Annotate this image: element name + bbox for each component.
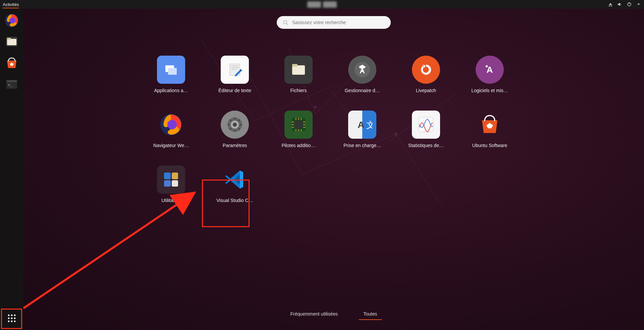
dock-item-firefox[interactable]	[3, 12, 20, 29]
svg-text:>_: >_	[8, 83, 13, 87]
search-bar[interactable]	[277, 16, 391, 29]
search-icon	[283, 20, 288, 25]
settings-icon	[221, 111, 249, 139]
app-statistiques-de-puissance[interactable]: Statistiques de…	[394, 111, 458, 148]
time-blurred: xx	[323, 1, 337, 8]
app-label: Livepatch	[416, 88, 436, 93]
svg-point-38	[167, 120, 177, 129]
livepatch-icon	[412, 56, 440, 84]
svg-rect-31	[292, 64, 298, 67]
ubuntu-software-icon	[476, 111, 504, 139]
tab-frequent[interactable]: Fréquemment utilisées	[286, 309, 343, 320]
app-livepatch[interactable]: Livepatch	[394, 56, 458, 93]
show-apps-button[interactable]	[2, 309, 21, 328]
app-label: Applications a…	[154, 88, 188, 93]
activities-button[interactable]: Activités	[3, 1, 19, 8]
svg-rect-30	[292, 65, 305, 75]
app-pilotes-additionnels[interactable]: Pilotes additio…	[267, 111, 330, 148]
power-icon[interactable]	[627, 2, 632, 7]
svg-point-17	[11, 318, 13, 319]
app-label: Fichiers	[290, 88, 307, 93]
app-parametres[interactable]: Paramètres	[203, 111, 267, 148]
dock: >_	[0, 9, 23, 330]
firefox-icon	[157, 111, 185, 139]
app-label: Utilitaires	[161, 198, 181, 203]
app-label: Éditeur de texte	[218, 88, 251, 93]
app-fichiers[interactable]: Fichiers	[267, 56, 330, 93]
app-view-tabs: Fréquemment utilisées Toutes	[286, 309, 382, 320]
software-updates-icon: A	[476, 56, 504, 84]
app-gestionnaire-de-mises-a-jour[interactable]: A Gestionnaire d…	[330, 56, 394, 93]
apps-extra-icon	[157, 56, 185, 84]
app-ubuntu-software[interactable]: Ubuntu Software	[458, 111, 522, 148]
svg-point-6	[9, 17, 15, 23]
svg-point-15	[14, 315, 16, 316]
app-applications-additionnelles[interactable]: Applications a…	[139, 56, 203, 93]
svg-point-19	[8, 321, 10, 322]
dock-item-terminal[interactable]: >_	[3, 76, 20, 93]
svg-text:文: 文	[366, 120, 372, 130]
svg-point-34	[418, 62, 434, 77]
text-editor-icon	[221, 56, 249, 84]
svg-point-22	[283, 20, 287, 24]
app-label: Pilotes additio…	[281, 143, 315, 148]
dock-item-ubuntu-software[interactable]	[3, 55, 20, 72]
volume-icon[interactable]	[617, 2, 623, 7]
svg-rect-44	[294, 121, 303, 129]
svg-rect-25	[168, 68, 177, 75]
app-utilitaires[interactable]: Utilitaires	[139, 166, 203, 203]
svg-point-14	[11, 315, 13, 316]
clock-area[interactable]: xx xx	[307, 1, 337, 8]
app-visual-studio-code[interactable]: Visual Studio C…	[203, 166, 267, 203]
svg-rect-11	[6, 80, 17, 82]
svg-point-13	[8, 315, 10, 316]
app-label: Logiciels et mis…	[471, 88, 508, 93]
power-stats-icon	[412, 111, 440, 139]
app-label: Ubuntu Software	[472, 143, 507, 148]
svg-rect-9	[7, 38, 11, 40]
vscode-icon	[221, 166, 249, 194]
app-label: Paramètres	[223, 143, 247, 148]
svg-rect-4	[629, 2, 630, 4]
app-label: Statistiques de…	[408, 143, 444, 148]
utilities-folder-icon	[157, 166, 185, 194]
svg-text:A: A	[358, 120, 364, 130]
search-input[interactable]	[292, 20, 385, 25]
svg-point-16	[8, 318, 10, 319]
svg-point-42	[233, 123, 237, 127]
update-manager-icon: A	[348, 56, 376, 84]
app-prise-en-charge-langues[interactable]: A文 Prise en charge…	[330, 111, 394, 148]
network-icon[interactable]	[608, 2, 613, 7]
top-panel: Activités xx xx	[0, 0, 644, 9]
app-editeur-de-texte[interactable]: Éditeur de texte	[203, 56, 267, 93]
tab-all[interactable]: Toutes	[359, 309, 382, 320]
app-label: Gestionnaire d…	[344, 88, 380, 93]
activities-overview: Applications a… Éditeur de texte Fichier…	[23, 9, 644, 330]
svg-text:A: A	[360, 67, 365, 75]
svg-line-23	[286, 23, 288, 25]
app-grid: Applications a… Éditeur de texte Fichier…	[139, 56, 522, 203]
dock-item-files[interactable]	[3, 34, 20, 50]
time-blurred: xx	[307, 1, 321, 8]
files-icon	[284, 56, 313, 84]
language-icon: A文	[348, 111, 376, 139]
app-navigateur-web[interactable]: Navigateur We…	[139, 111, 203, 148]
app-label: Prise en charge…	[343, 143, 381, 148]
svg-point-20	[11, 321, 13, 322]
app-label: Navigateur We…	[153, 143, 189, 148]
svg-point-18	[14, 318, 16, 319]
app-label: Visual Studio C…	[216, 198, 253, 203]
drivers-icon	[284, 111, 313, 139]
svg-point-21	[14, 321, 16, 322]
chevron-down-icon[interactable]	[636, 2, 641, 7]
app-logiciels-et-mises-a-jour[interactable]: A Logiciels et mis…	[458, 56, 522, 93]
